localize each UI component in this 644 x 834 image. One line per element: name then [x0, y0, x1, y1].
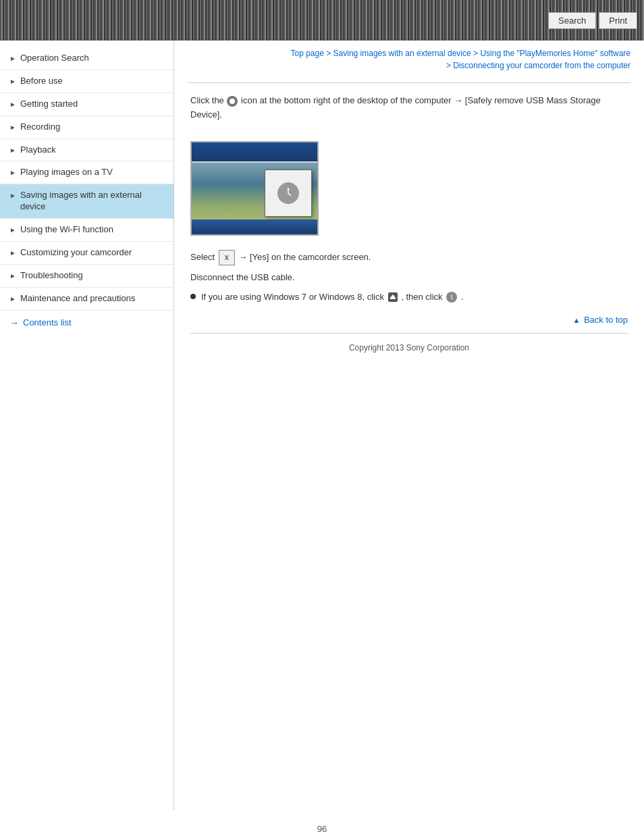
content-divider [188, 82, 630, 83]
bullet-item-windows: If you are using Windows 7 or Windows 8,… [190, 290, 628, 305]
breadcrumb-top-page[interactable]: Top page [291, 49, 324, 58]
main-content: Top page > Saving images with an externa… [174, 41, 644, 810]
sidebar-label-wifi-function: Using the Wi-Fi function [20, 224, 167, 236]
breadcrumb-separator-1: > [326, 49, 333, 58]
instruction-text-part1: Click the [190, 95, 224, 105]
header-bar: Search Print [0, 0, 644, 41]
screenshot-topbar [192, 142, 317, 161]
arrow-symbol-1: → [454, 95, 465, 105]
back-to-top-label: Back to top [584, 315, 628, 325]
copyright: Copyright 2013 Sony Corporation [190, 339, 628, 357]
breadcrumb-using-software[interactable]: Using the "PlayMemories Home" software [480, 49, 630, 58]
usb-popup-icon [277, 182, 299, 204]
instruction-paragraph: Click the icon at the bottom right of th… [190, 94, 628, 122]
search-button[interactable]: Search [548, 12, 596, 29]
breadcrumb: Top page > Saving images with an externa… [188, 47, 630, 72]
screenshot-image [190, 141, 319, 236]
print-button[interactable]: Print [599, 12, 637, 29]
sidebar-label-maintenance: Maintenance and precautions [20, 293, 167, 305]
breadcrumb-disconnecting[interactable]: Disconnecting your camcorder from the co… [453, 61, 630, 70]
sidebar-item-troubleshooting[interactable]: ► Troubleshooting [0, 265, 173, 288]
chevron-right-icon: ► [9, 294, 16, 303]
sidebar-label-getting-started: Getting started [20, 99, 167, 110]
sidebar-label-playing-images-tv: Playing images on a TV [20, 167, 167, 178]
chevron-right-icon: ► [9, 271, 16, 280]
sidebar-item-playing-images-tv[interactable]: ► Playing images on a TV [0, 161, 173, 184]
chevron-right-icon: ► [9, 191, 16, 200]
sidebar-item-operation-search[interactable]: ► Operation Search [0, 47, 173, 70]
sidebar-label-operation-search: Operation Search [20, 53, 167, 64]
sidebar-label-recording: Recording [20, 122, 167, 133]
sidebar-item-maintenance[interactable]: ► Maintenance and precautions [0, 288, 173, 311]
bullet-text: If you are using Windows 7 or Windows 8,… [201, 290, 463, 305]
sidebar-label-saving-images: Saving images with an external device [20, 190, 167, 213]
usb-icon-inline [227, 96, 238, 107]
screenshot-taskbar [192, 219, 317, 234]
usb-icon-bullet [446, 292, 457, 303]
select-text-part1: Select [190, 252, 215, 262]
chevron-right-icon: ► [9, 100, 16, 109]
sidebar-item-playback[interactable]: ► Playback [0, 139, 173, 162]
svg-rect-3 [390, 298, 396, 299]
sidebar-item-customizing[interactable]: ► Customizing your camcorder [0, 242, 173, 265]
triangle-up-icon: ▲ [572, 316, 580, 324]
select-text-part2: → [Yes] on the camcorder screen. [238, 252, 371, 262]
sidebar-item-wifi-function[interactable]: ► Using the Wi-Fi function [0, 219, 173, 242]
chevron-right-icon: ► [9, 146, 16, 155]
sidebar-item-saving-images[interactable]: ► Saving images with an external device [0, 184, 173, 219]
screenshot-popup [265, 170, 312, 217]
svg-point-2 [288, 188, 290, 190]
chevron-right-icon: ► [9, 77, 16, 86]
contents-list-label: Contents list [23, 317, 72, 328]
chevron-right-icon: ► [9, 123, 16, 132]
breadcrumb-saving-images[interactable]: Saving images with an external device [333, 49, 471, 58]
eject-icon [388, 292, 398, 302]
sidebar-label-playback: Playback [20, 145, 167, 156]
bullet-dot [190, 294, 196, 299]
select-instruction: Select x → [Yes] on the camcorder screen… [190, 250, 628, 265]
bullet-text-part1: If you are using Windows 7 or Windows 8,… [201, 292, 384, 302]
sidebar-label-customizing: Customizing your camcorder [20, 247, 167, 259]
chevron-right-icon: ► [9, 168, 16, 177]
chevron-right-icon: ► [9, 226, 16, 234]
sidebar-item-getting-started[interactable]: ► Getting started [0, 93, 173, 116]
sidebar-item-before-use[interactable]: ► Before use [0, 70, 173, 93]
svg-marker-4 [390, 294, 396, 298]
bullet-text-part3: . [461, 292, 464, 302]
contents-list-link[interactable]: → Contents list [0, 311, 173, 335]
breadcrumb-separator-2: > [473, 49, 480, 58]
sidebar-label-troubleshooting: Troubleshooting [20, 270, 167, 282]
page-number: 96 [0, 810, 644, 834]
disconnect-instruction: Disconnect the USB cable. [190, 271, 628, 285]
main-layout: ► Operation Search ► Before use ► Gettin… [0, 41, 644, 810]
svg-point-6 [451, 295, 452, 296]
content-body: Click the icon at the bottom right of th… [188, 94, 630, 357]
chevron-right-icon: ► [9, 54, 16, 63]
instruction-text-part2: icon at the bottom right of the desktop … [241, 95, 451, 105]
breadcrumb-separator-3: > [446, 61, 453, 70]
sidebar-label-before-use: Before use [20, 76, 167, 87]
sidebar: ► Operation Search ► Before use ► Gettin… [0, 41, 174, 810]
chevron-right-icon: ► [9, 249, 16, 257]
bullet-text-part2: , then click [401, 292, 442, 302]
x-button: x [219, 250, 235, 265]
arrow-right-icon: → [9, 317, 19, 328]
back-to-top[interactable]: ▲ Back to top [190, 315, 628, 325]
footer-divider [190, 333, 628, 334]
sidebar-item-recording[interactable]: ► Recording [0, 116, 173, 139]
